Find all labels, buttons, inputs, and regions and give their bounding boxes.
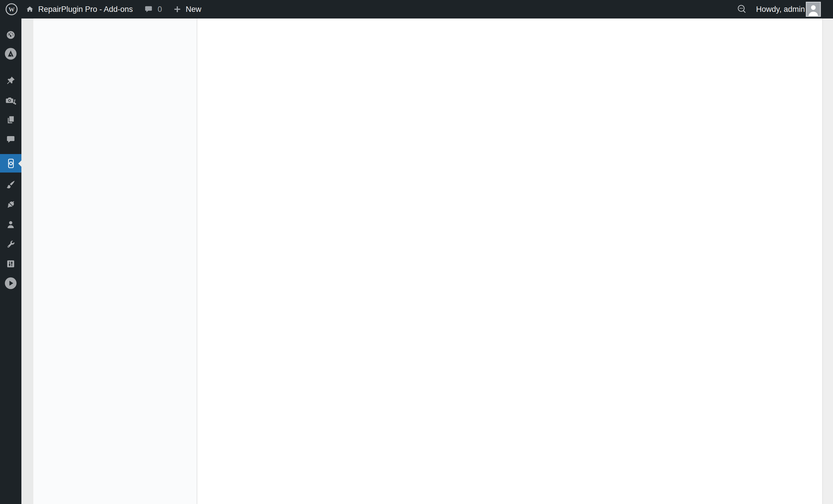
wp-admin-bar: W RepairPlugin Pro - Add-ons 0 New Howdy…	[0, 0, 833, 19]
phone-gear-icon	[5, 158, 16, 169]
comments-link[interactable]: 0	[144, 0, 162, 19]
pushpin-icon	[6, 76, 16, 85]
svg-text:W: W	[8, 6, 15, 13]
sidebar-item-pages[interactable]	[0, 115, 21, 125]
submenu-strip	[21, 19, 33, 504]
comment-bubble-icon	[144, 5, 153, 14]
media-camera-icon	[5, 96, 16, 106]
main-content-area	[198, 19, 822, 504]
avatar[interactable]	[806, 2, 821, 17]
new-link[interactable]: New	[173, 0, 201, 19]
search-icon	[736, 4, 747, 15]
search-button[interactable]	[736, 0, 747, 19]
site-title: RepairPlugin Pro - Add-ons	[38, 5, 133, 14]
sidebar-item-settings[interactable]	[0, 259, 21, 269]
user-icon	[6, 220, 16, 229]
pages-icon	[6, 115, 16, 125]
home-icon	[25, 5, 34, 14]
sidebar-item-video[interactable]	[0, 277, 21, 289]
plugin-left-panel	[33, 19, 197, 504]
sidebar-item-appearance[interactable]	[0, 180, 21, 190]
howdy-text: Howdy, admin	[756, 5, 805, 14]
scrollbar-track[interactable]	[822, 19, 833, 504]
wp-admin-menu	[0, 0, 21, 504]
sidebar-item-repairplugin-active[interactable]	[0, 158, 21, 169]
wrench-icon	[6, 239, 16, 249]
wp-logo[interactable]: W	[5, 0, 18, 19]
plus-icon	[173, 5, 182, 14]
sidebar-item-comments[interactable]	[0, 135, 21, 145]
sidebar-item-users[interactable]	[0, 220, 21, 229]
new-label: New	[186, 5, 201, 14]
circle-a-logo-icon	[4, 47, 17, 60]
speech-bubble-icon	[6, 135, 16, 145]
sidebar-item-plugins[interactable]	[0, 200, 21, 210]
sidebar-item-posts[interactable]	[0, 76, 21, 85]
sidebar-item-plugin-logo[interactable]	[0, 47, 21, 60]
plug-icon	[6, 200, 16, 210]
play-circle-icon	[4, 277, 17, 289]
dashboard-gauge-icon	[6, 30, 16, 40]
sidebar-item-media[interactable]	[0, 96, 21, 106]
sliders-icon	[6, 259, 16, 269]
site-link[interactable]: RepairPlugin Pro - Add-ons	[25, 0, 133, 19]
paintbrush-icon	[6, 180, 16, 190]
comments-count: 0	[158, 5, 162, 14]
sidebar-item-dashboard[interactable]	[0, 30, 21, 40]
howdy-account-link[interactable]: Howdy, admin	[756, 0, 805, 19]
sidebar-item-tools[interactable]	[0, 239, 21, 249]
